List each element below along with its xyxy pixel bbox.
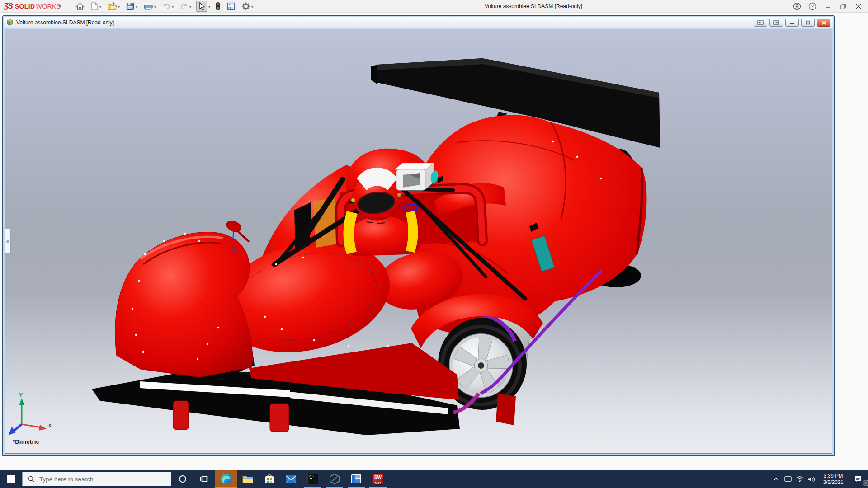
solidworks-logo: ƷS SOLID WORKS [4, 0, 61, 13]
taskbar-app-solidworks[interactable]: SW 2021 [367, 470, 389, 488]
taskbar-app-blue-window[interactable] [345, 470, 367, 488]
quick-access-toolbar: ▾ ▾ ▾ ▾ ▾ ▾ ▾ [75, 0, 254, 13]
volume-icon [807, 476, 816, 483]
doc-maximize-icon [805, 20, 811, 25]
options-dropdown[interactable]: ▾ [251, 5, 253, 9]
microsoft-store-icon [264, 473, 275, 485]
hidden-icons-button[interactable] [770, 470, 782, 488]
triad-y-arrow [19, 398, 24, 405]
taskbar-app-command-prompt[interactable]: C:\ [302, 470, 324, 488]
cortana-button[interactable] [172, 470, 193, 488]
close-button[interactable] [851, 0, 866, 13]
taskbar-app-file-explorer[interactable] [237, 470, 259, 488]
cortana-icon [179, 475, 187, 483]
notification-icon [854, 475, 862, 483]
redo-dropdown[interactable]: ▾ [189, 5, 191, 9]
view-orientation-label: *Dimetric [13, 438, 39, 445]
new-document-dropdown[interactable]: ▾ [99, 5, 101, 9]
task-view-button[interactable] [193, 470, 215, 488]
display-pane-button[interactable] [226, 1, 236, 12]
options-button[interactable]: ▾ [241, 1, 254, 12]
select-dropdown[interactable]: ▾ [208, 5, 210, 9]
file-explorer-icon [242, 473, 254, 485]
print-icon [143, 2, 153, 11]
app-window-controls: ? [789, 0, 866, 13]
taskbar-search[interactable] [22, 472, 171, 486]
open-document-button[interactable]: ▾ [106, 1, 121, 12]
redo-icon [179, 2, 189, 10]
select-cursor-icon [198, 2, 206, 11]
3d-scene[interactable] [5, 29, 832, 454]
gear-icon [241, 2, 250, 11]
save-dropdown[interactable]: ▾ [136, 5, 137, 9]
doc-pane-left-button[interactable] [754, 19, 767, 27]
action-center-button[interactable]: 1 [849, 470, 867, 488]
print-dropdown[interactable]: ▾ [154, 5, 156, 9]
taskbar-app-microsoft-store[interactable] [259, 470, 280, 488]
taskbar-app-microsoft-edge[interactable] [215, 470, 237, 488]
pane-left-icon [757, 20, 764, 25]
clock-date: 3/5/2021 [819, 479, 847, 485]
document-window: Voiture assomblee.SLDASM [Read-only] [2, 15, 835, 456]
clock-time: 3:39 PM [819, 473, 847, 479]
select-cursor-button[interactable] [196, 1, 207, 12]
search-input[interactable] [39, 476, 157, 483]
chevron-up-icon [774, 477, 779, 481]
toolbar-flyout-arrow-icon[interactable]: ▸ [59, 3, 66, 10]
wifi-icon [796, 476, 804, 482]
undo-dropdown[interactable]: ▾ [172, 5, 174, 9]
hexagon-tool-icon [329, 473, 340, 485]
cmd-prompt-text: C:\ [309, 475, 314, 478]
taskbar-app-hexagon-tool[interactable] [324, 470, 345, 488]
open-document-dropdown[interactable]: ▾ [118, 5, 120, 9]
document-titlebar[interactable]: Voiture assomblee.SLDASM [Read-only] [4, 17, 833, 28]
taskbar-clock[interactable]: 3:39 PM 3/5/2021 [819, 473, 847, 485]
notification-count-badge: 1 [863, 480, 868, 486]
doc-minimize-button[interactable] [785, 19, 799, 27]
doc-close-button[interactable] [817, 19, 830, 27]
minimize-button[interactable] [820, 0, 835, 13]
feature-tree-collapse-tab[interactable] [5, 229, 11, 253]
taskbar-app-mail[interactable] [280, 470, 302, 488]
doc-maximize-button[interactable] [801, 19, 815, 27]
task-view-icon [200, 475, 208, 483]
close-icon [856, 4, 861, 9]
minimize-icon [825, 4, 830, 9]
assembly-cube-icon [6, 19, 14, 26]
redo-button[interactable]: ▾ [179, 1, 192, 12]
pane-right-icon [773, 20, 779, 25]
restore-button[interactable] [835, 0, 851, 13]
undo-icon [162, 2, 171, 10]
open-folder-icon [107, 2, 117, 11]
solidworks-icon-letters: SW [373, 475, 383, 480]
solidworks-logo-glyph: ƷS [4, 2, 13, 11]
save-floppy-icon [126, 2, 135, 11]
print-button[interactable]: ▾ [142, 1, 157, 12]
triad-y-label: Y [19, 392, 23, 399]
search-icon [28, 476, 35, 483]
help-button[interactable]: ? [805, 0, 820, 13]
doc-pane-right-button[interactable] [769, 19, 783, 27]
wifi-button[interactable] [794, 470, 806, 488]
tablet-device-button[interactable] [782, 470, 794, 488]
edge-icon [220, 473, 232, 485]
traffic-light-icon [215, 2, 221, 11]
app-window-title: Voiture assomblee.SLDASM [Read-only] [398, 0, 669, 13]
rebuild-indicator-button[interactable] [214, 1, 222, 12]
account-button[interactable] [789, 0, 805, 13]
volume-button[interactable] [806, 470, 817, 488]
home-button[interactable] [75, 1, 85, 12]
blue-window-app-icon [350, 474, 362, 484]
windows-logo-icon [7, 475, 15, 483]
doc-close-icon [821, 21, 826, 25]
system-tray: 3:39 PM 3/5/2021 1 [770, 470, 867, 488]
start-button[interactable] [0, 470, 22, 488]
graphics-viewport[interactable]: Y x *Dimetric [5, 29, 832, 454]
svg-text:?: ? [811, 4, 814, 9]
tablet-device-icon [784, 476, 792, 483]
save-button[interactable]: ▾ [125, 1, 138, 12]
undo-button[interactable]: ▾ [161, 1, 175, 12]
triad-x-arrow [39, 425, 47, 431]
rearview-mirror[interactable] [395, 163, 434, 190]
new-document-button[interactable]: ▾ [90, 1, 102, 12]
